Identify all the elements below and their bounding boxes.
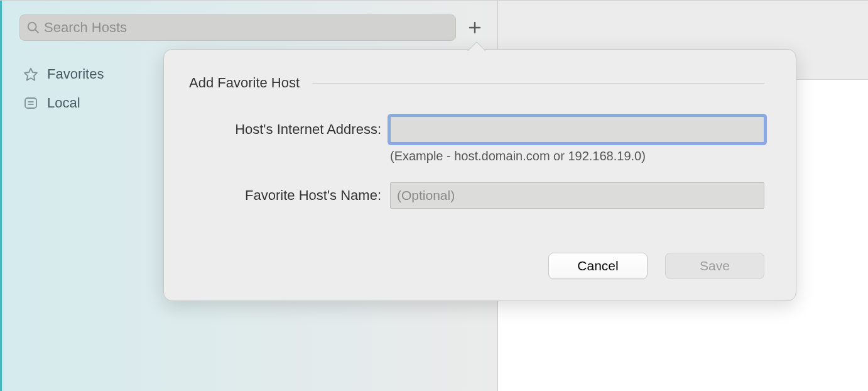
- host-address-label: Host's Internet Address:: [189, 116, 390, 138]
- search-hosts-box[interactable]: [19, 14, 456, 41]
- local-drive-icon: [23, 96, 38, 111]
- svg-line-1: [35, 30, 38, 33]
- search-hosts-input[interactable]: [40, 19, 449, 36]
- add-host-button[interactable]: [464, 16, 486, 39]
- divider-line: [312, 83, 764, 84]
- search-icon: [26, 21, 40, 35]
- save-button[interactable]: Save: [665, 253, 764, 279]
- add-favorite-host-popover: Add Favorite Host Host's Internet Addres…: [163, 49, 796, 301]
- popover-title: Add Favorite Host: [189, 75, 300, 91]
- svg-rect-5: [25, 98, 36, 108]
- host-address-input[interactable]: [390, 116, 764, 143]
- cancel-button[interactable]: Cancel: [548, 253, 648, 279]
- plus-icon: [467, 20, 482, 35]
- host-address-hint: (Example - host.domain.com or 192.168.19…: [390, 143, 764, 163]
- star-icon: [23, 67, 38, 82]
- popover-arrow: [467, 41, 486, 51]
- favorite-name-label: Favorite Host's Name:: [189, 182, 390, 204]
- favorite-name-input[interactable]: [390, 182, 764, 209]
- svg-marker-4: [24, 69, 37, 80]
- sidebar-item-label: Favorites: [47, 66, 104, 82]
- sidebar-item-label: Local: [47, 95, 80, 111]
